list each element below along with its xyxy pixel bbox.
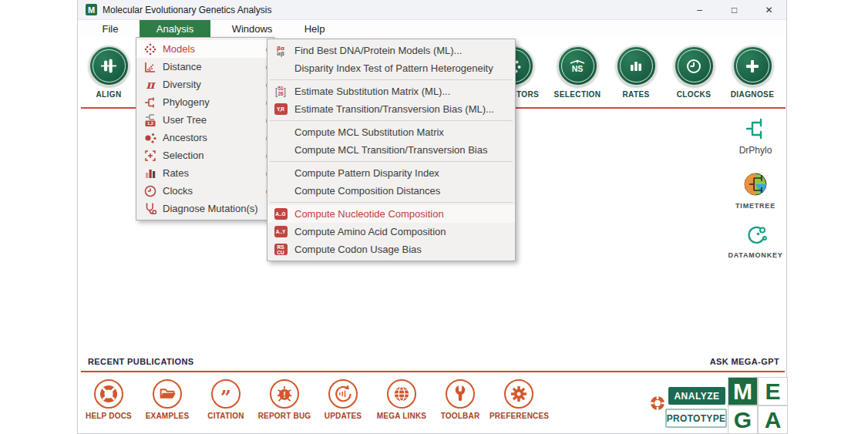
yr-icon: Y,R	[274, 103, 288, 115]
mega-logo-letter-e: E	[758, 377, 788, 405]
ask-mega-gpt-heading[interactable]: ASK MEGA-GPT	[710, 357, 779, 366]
window-title: Molecular Evolutionary Genetics Analysis	[103, 5, 271, 15]
phylogeny-tree-icon	[143, 96, 158, 109]
menu-item-label: Diagnose Mutation(s)	[158, 203, 270, 214]
submenu-item-compute-nucleotide-composition[interactable]: A..G Compute Nucleotide Composition	[267, 205, 515, 223]
recent-publications-heading: RECENT PUBLICATIONS	[88, 357, 194, 366]
preferences-button[interactable]: PREFERENCES	[490, 379, 548, 420]
analyze-mode-button[interactable]: ANALYZE	[668, 387, 725, 405]
report-bug-button[interactable]: ! REPORT BUG	[255, 379, 314, 420]
desktop-background: M Molecular Evolutionary Genetics Analys…	[0, 0, 868, 434]
menu-item-user-tree[interactable]: 1,2 User Tree ▸	[136, 111, 274, 129]
title-bar: M Molecular Evolutionary Genetics Analys…	[78, 0, 786, 20]
toolbar-rates-button[interactable]: RATES	[605, 45, 667, 99]
citation-label: CITATION	[197, 412, 255, 420]
svg-text:!: !	[283, 390, 286, 399]
submenu-item-label: Compute Pattern Disparity Index	[288, 167, 439, 179]
mega-logo-letter-g: G	[728, 405, 758, 434]
mega-links-label: MEGA LINKS	[372, 412, 431, 420]
toolbar-settings-label: TOOLBAR	[431, 412, 490, 420]
clocks-menu-icon	[143, 184, 158, 198]
menu-file[interactable]: File	[93, 20, 127, 37]
help-docs-button[interactable]: HELP DOCS	[79, 379, 138, 420]
examples-folder-icon	[153, 379, 182, 409]
rates-icon	[616, 45, 657, 86]
submenu-separator	[270, 202, 513, 203]
menu-item-ancestors[interactable]: Ancestors ▸	[136, 129, 274, 146]
menu-item-clocks[interactable]: Clocks ▸	[136, 182, 274, 200]
models-submenu: βα αβ Find Best DNA/Protein Models (ML).…	[267, 39, 516, 261]
distance-icon	[143, 60, 158, 74]
datamonkey-label: DATAMONKEY	[725, 251, 786, 259]
toolbar-align-label: ALIGN	[78, 90, 140, 99]
menu-item-rates[interactable]: Rates ▸	[136, 164, 274, 182]
timetree-link[interactable]: TIMETREE	[725, 171, 786, 210]
drphylo-tree-icon	[742, 117, 769, 140]
submenu-item-label: Compute MCL Substitution Matrix	[288, 126, 444, 138]
citation-button[interactable]: ” CITATION	[197, 379, 255, 420]
selection-menu-icon	[143, 149, 158, 163]
toolbar-clocks-button[interactable]: CLOCKS	[663, 45, 725, 99]
submenu-item-compute-pattern-disparity[interactable]: Compute Pattern Disparity Index	[267, 164, 515, 182]
minimize-button[interactable]: –	[682, 0, 717, 20]
menu-item-label: Models	[158, 43, 266, 55]
menu-windows[interactable]: Windows	[221, 20, 283, 37]
updates-refresh-icon	[328, 379, 358, 409]
toolbar-diagnose-label: DIAGNOSE	[722, 90, 783, 99]
datamonkey-icon	[742, 224, 769, 247]
submenu-item-label: Compute Codon Usage Bias	[288, 244, 422, 255]
datamonkey-link[interactable]: DATAMONKEY	[725, 224, 786, 259]
submenu-item-label: Compute Composition Distances	[288, 185, 440, 197]
submenu-item-find-best-models[interactable]: βα αβ Find Best DNA/Protein Models (ML).…	[267, 42, 515, 59]
mega-links-button[interactable]: MEGA LINKS	[372, 379, 431, 420]
amino-acid-composition-icon: A..Y	[274, 226, 288, 237]
menu-item-selection[interactable]: Selection ▸	[136, 146, 274, 164]
toolbar-clocks-label: CLOCKS	[663, 90, 725, 99]
menu-help[interactable]: Help	[295, 20, 334, 37]
submenu-item-label: Disparity Index Test of Pattern Heteroge…	[288, 62, 493, 74]
menu-analysis[interactable]: Analysis	[140, 20, 210, 37]
toolbar-align-button[interactable]: ALIGN	[78, 45, 140, 99]
svg-text:NS: NS	[572, 63, 584, 72]
menu-item-diagnose-mutations[interactable]: Diagnose Mutation(s)	[136, 200, 274, 217]
submenu-item-compute-mcl-substitution-matrix[interactable]: Compute MCL Substitution Matrix	[267, 123, 515, 141]
mega-gpt-lifebuoy-icon[interactable]	[649, 395, 666, 415]
footer-toolbar: HELP DOCS EXAMPLES ” CITATION	[79, 379, 548, 420]
menu-item-phylogeny[interactable]: Phylogeny ▸	[136, 93, 274, 111]
submenu-item-disparity-index-test[interactable]: Disparity Index Test of Pattern Heteroge…	[267, 59, 515, 77]
examples-button[interactable]: EXAMPLES	[138, 379, 197, 420]
toolbar-diagnose-button[interactable]: DIAGNOSE	[722, 45, 783, 99]
menu-item-label: Ancestors	[158, 132, 266, 143]
menu-item-label: Distance	[158, 61, 266, 72]
toolbar-selection-button[interactable]: NS SELECTION	[547, 45, 608, 99]
mega-app-window: M Molecular Evolutionary Genetics Analys…	[77, 0, 787, 434]
nucleotide-icon-wrap: A..G	[273, 208, 288, 220]
menu-item-label: Rates	[158, 167, 266, 179]
mega-logo-letter-a: A	[758, 405, 788, 434]
rates-menu-icon	[143, 167, 158, 180]
updates-button[interactable]: UPDATES	[314, 379, 372, 420]
timetree-globe-icon	[742, 171, 769, 197]
submenu-item-compute-codon-usage-bias[interactable]: RS CU Compute Codon Usage Bias	[267, 241, 515, 258]
submenu-item-estimate-substitution-matrix[interactable]: [ 51 26 ] Estimate Substitution Matrix (…	[267, 82, 515, 100]
clocks-icon	[674, 45, 715, 86]
prototype-mode-button[interactable]: PROTOTYPE	[665, 409, 727, 428]
drphylo-link[interactable]: DrPhylo	[725, 117, 786, 156]
submenu-item-compute-mcl-transition-transversion[interactable]: Compute MCL Transition/Transversion Bias	[267, 141, 515, 159]
menu-item-diversity[interactable]: π Diversity ▸	[136, 76, 274, 93]
footer-divider	[81, 371, 785, 372]
mega-logo: M E G A	[728, 377, 788, 434]
menu-item-models[interactable]: Models ▸	[136, 40, 274, 58]
toolbar-settings-button[interactable]: TOOLBAR	[431, 379, 490, 420]
close-button[interactable]: ✕	[752, 0, 786, 20]
amino-icon-wrap: A..Y	[273, 226, 288, 237]
ancestors-menu-icon	[143, 131, 158, 145]
menu-item-distance[interactable]: Distance ▸	[136, 58, 274, 76]
report-bug-icon: !	[270, 379, 299, 409]
submenu-item-label: Compute MCL Transition/Transversion Bias	[288, 144, 487, 156]
submenu-item-compute-amino-acid-composition[interactable]: A..Y Compute Amino Acid Composition	[267, 223, 515, 241]
submenu-item-estimate-transition-transversion[interactable]: Y,R Estimate Transition/Transversion Bia…	[267, 100, 515, 118]
submenu-item-compute-composition-distances[interactable]: Compute Composition Distances	[267, 182, 515, 200]
maximize-button[interactable]: □	[717, 0, 752, 20]
stethoscope-icon	[143, 202, 158, 216]
